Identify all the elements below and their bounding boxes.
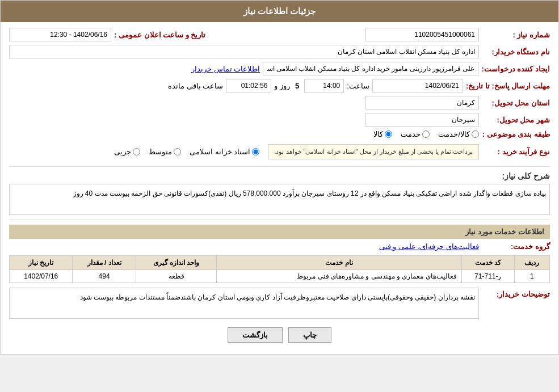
purchase-radio-motavaser[interactable]: [174, 148, 181, 155]
need-number-label: شماره نیاز :: [482, 31, 550, 39]
time-label: ساعت:: [347, 82, 369, 90]
city-label: شهر محل تحویل:: [482, 116, 550, 124]
description-wrapper: پیاده سازی قطعات واگذار شده اراضی تفکیکی…: [9, 184, 550, 215]
cell-code: ر-711-71: [461, 270, 514, 283]
buyer-org-row: نام دستگاه خریدار:: [9, 45, 550, 58]
service-group-link[interactable]: فعالیت‌های حرفه‌ای، علمی و فنی: [379, 242, 479, 251]
col-header-row-num: ردیف: [514, 256, 549, 270]
requester-label: ایجاد کننده درخواست:: [481, 65, 550, 73]
category-row: طبقه بندی موضوعی : کالا/خدمت خدمت کالا: [9, 130, 550, 138]
back-button[interactable]: بازگشت: [228, 327, 283, 343]
footer-buttons: چاپ بازگشت: [9, 327, 550, 343]
description-header-row: شرح کلی نیاز:: [9, 171, 550, 180]
purchase-option-jozi: جزیی: [114, 147, 140, 156]
print-button[interactable]: چاپ: [288, 327, 331, 343]
category-option-2: خدمت: [401, 130, 430, 138]
purchase-option-esnad: اسناد خزانه اسلامی: [190, 147, 259, 156]
buyer-org-input[interactable]: [9, 45, 479, 58]
cell-unit: قطعه: [136, 270, 217, 283]
category-label: طبقه بندی موضوعی :: [482, 130, 550, 138]
deadline-date-input[interactable]: [372, 79, 463, 92]
category-radio-kala[interactable]: [385, 130, 392, 138]
main-container: جزئیات اطلاعات نیاز شماره نیاز : تاریخ و…: [0, 0, 559, 355]
deadline-label: مهلت ارسال پاسخ: تا تاریخ:: [466, 82, 550, 90]
buyer-org-label: نام دستگاه خریدار:: [482, 48, 550, 56]
description-section-label: شرح کلی نیاز:: [482, 171, 550, 180]
col-header-quantity: تعداد / مقدار: [73, 256, 136, 270]
purchase-notice: پرداخت تمام یا بخشی از مبلغ خریدار از مح…: [268, 144, 479, 159]
separator-2: [9, 220, 550, 220]
services-section-title: اطلاعات خدمات مورد نیاز: [9, 225, 550, 239]
requester-row: ایجاد کننده درخواست: اطلاعات تماس خریدار: [9, 62, 550, 75]
services-table: ردیف کد خدمت نام خدمت واحد اندازه گیری ت…: [9, 255, 550, 283]
buyer-comments-label: توضیحات خریدار:: [482, 290, 550, 298]
remaining-label: ساعت باقی مانده: [168, 82, 223, 90]
service-group-row: گروه خدمت: فعالیت‌های حرفه‌ای، علمی و فن…: [9, 242, 550, 251]
buyer-comments-box: نقشه برداران (حقیقی وحقوقی)بایستی دارای …: [9, 288, 479, 319]
purchase-label-esnad: اسناد خزانه اسلامی: [190, 147, 250, 156]
purchase-radio-esnad[interactable]: [252, 148, 259, 155]
announcement-date-input[interactable]: [9, 28, 111, 41]
table-header-row: ردیف کد خدمت نام خدمت واحد اندازه گیری ت…: [10, 256, 550, 270]
cell-quantity: 494: [73, 270, 136, 283]
purchase-label-motavaser: متوسط: [149, 147, 172, 156]
purchase-type-row: نوع فرآیند خرید : پرداخت تمام یا بخشی از…: [9, 142, 550, 162]
cell-name: فعالیت‌های معماری و مهندسی و مشاوره‌های …: [217, 270, 461, 283]
table-row: 1 ر-711-71 فعالیت‌های معماری و مهندسی و …: [10, 270, 550, 283]
purchase-radio-group: پرداخت تمام یا بخشی از مبلغ خریدار از مح…: [114, 142, 479, 162]
province-label: استان محل تحویل:: [482, 99, 550, 107]
category-label-khedmat: خدمت: [401, 130, 421, 138]
city-row: شهر محل تحویل:: [9, 113, 550, 127]
col-header-code: کد خدمت: [461, 256, 514, 270]
requester-input[interactable]: [263, 62, 478, 75]
separator-1: [9, 166, 550, 167]
page-content: شماره نیاز : تاریخ و ساعت اعلان عمومی : …: [1, 22, 558, 354]
province-row: استان محل تحویل:: [9, 96, 550, 109]
category-radio-group: کالا/خدمت خدمت کالا: [373, 130, 479, 138]
purchase-label-jozi: جزیی: [114, 147, 131, 156]
days-value: 5: [293, 82, 301, 90]
services-table-container: ردیف کد خدمت نام خدمت واحد اندازه گیری ت…: [9, 255, 550, 283]
city-input[interactable]: [365, 113, 479, 127]
remaining-input[interactable]: [226, 79, 271, 92]
page-title: جزئیات اطلاعات نیاز: [243, 6, 316, 16]
service-group-label: گروه خدمت:: [482, 242, 550, 251]
category-label-kala: کالا: [373, 130, 383, 138]
category-option-1: کالا/خدمت: [438, 130, 479, 138]
category-radio-khedmat[interactable]: [422, 130, 430, 138]
province-input[interactable]: [365, 96, 479, 109]
contact-info-link[interactable]: اطلاعات تماس خریدار: [191, 65, 260, 73]
need-number-input[interactable]: [365, 28, 479, 41]
cell-row-num: 1: [514, 270, 549, 283]
category-radio-kala-khedmat[interactable]: [472, 130, 479, 138]
buyer-comments-row: توضیحات خریدار: نقشه برداران (حقیقی وحقو…: [9, 288, 550, 319]
col-header-name: نام خدمت: [217, 256, 461, 270]
purchase-radio-jozi[interactable]: [133, 148, 140, 155]
col-header-unit: واحد اندازه گیری: [136, 256, 217, 270]
time-input[interactable]: [304, 79, 344, 92]
announcement-date-label: تاریخ و ساعت اعلان عمومی :: [114, 31, 205, 39]
cell-date: 1402/07/16: [10, 270, 73, 283]
days-label: روز و: [274, 82, 290, 90]
need-number-row: شماره نیاز : تاریخ و ساعت اعلان عمومی :: [9, 28, 550, 41]
description-box: پیاده سازی قطعات واگذار شده اراضی تفکیکی…: [9, 184, 550, 215]
page-header: جزئیات اطلاعات نیاز: [1, 1, 558, 22]
category-label-kala-khedmat: کالا/خدمت: [438, 130, 470, 138]
purchase-type-label: نوع فرآیند خرید :: [482, 147, 550, 156]
purchase-option-motavaser: متوسط: [149, 147, 181, 156]
col-header-date: تاریخ نیاز: [10, 256, 73, 270]
category-option-3: کالا: [373, 130, 392, 138]
deadline-row: مهلت ارسال پاسخ: تا تاریخ: ساعت: 5 روز و…: [9, 79, 550, 92]
